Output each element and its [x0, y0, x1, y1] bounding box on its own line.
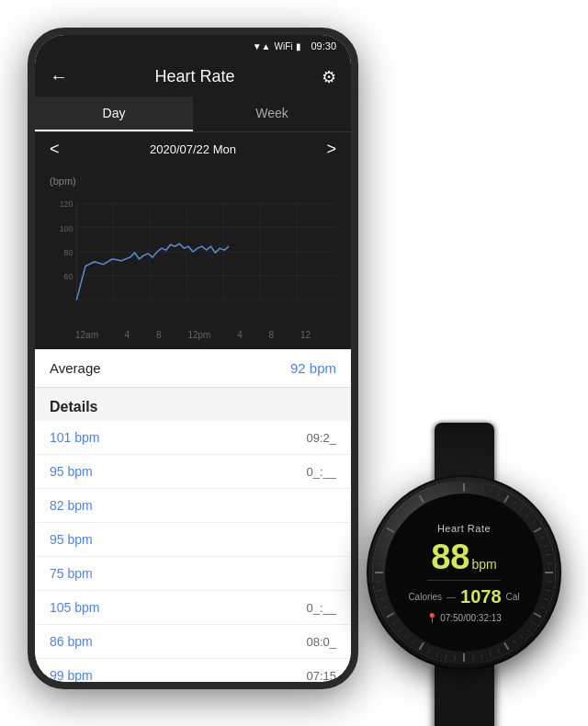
svg-line-53	[404, 635, 408, 639]
time-value: 08:0_	[306, 635, 336, 649]
chart-x-axis: 12am 4 8 12pm 4 8 12	[50, 326, 336, 340]
svg-line-24	[526, 513, 530, 516]
svg-line-50	[428, 649, 430, 653]
watch-bpm-display: 88 bpm	[431, 539, 497, 574]
time-value: 0_:__	[306, 601, 336, 615]
svg-line-75	[455, 484, 456, 490]
svg-line-55	[392, 621, 397, 625]
table-row: 82 bpm	[35, 489, 351, 523]
svg-line-62	[376, 563, 381, 564]
svg-line-52	[412, 641, 415, 645]
table-row: 86 bpm 08:0_	[35, 625, 351, 659]
svg-line-68	[398, 513, 401, 516]
svg-line-17	[473, 484, 474, 490]
svg-line-47	[455, 656, 456, 662]
svg-line-37	[532, 621, 537, 625]
x-label-5: 8	[269, 330, 275, 340]
svg-text:100: 100	[60, 224, 74, 233]
watch-face: Heart Rate 88 bpm Calories — 1078 Cal 📍 …	[385, 493, 543, 652]
smartwatch: // Tick marks will be generated by JS be…	[358, 423, 570, 708]
stats-area: Average 92 bpm Details 101 bpm 09:2_ 95 …	[35, 349, 351, 682]
svg-line-21	[504, 495, 509, 503]
svg-line-27	[540, 537, 545, 539]
signal-icon: ▼▲	[253, 41, 271, 51]
x-label-2: 8	[156, 330, 162, 340]
settings-button[interactable]: ⚙	[322, 67, 336, 87]
svg-line-65	[382, 537, 387, 539]
page-title: Heart Rate	[154, 67, 234, 86]
watch-time-row: 📍 07:50/00:32:13	[426, 613, 502, 623]
svg-line-42	[498, 649, 500, 653]
bpm-value: 105 bpm	[50, 600, 99, 615]
svg-line-66	[387, 528, 394, 533]
x-label-0: 12am	[75, 330, 98, 340]
svg-text:120: 120	[60, 199, 74, 209]
calories-unit: Cal	[506, 592, 520, 602]
current-date: 2020/07/22 Mon	[150, 142, 236, 156]
svg-line-71	[420, 495, 424, 503]
svg-line-19	[490, 488, 492, 493]
bpm-value: 75 bpm	[50, 566, 93, 581]
svg-line-54	[398, 629, 401, 632]
svg-line-48	[446, 654, 447, 660]
svg-text:80: 80	[64, 248, 74, 257]
average-row: Average 92 bpm	[35, 349, 351, 388]
watch-time-value: 07:50/00:32:13	[440, 613, 502, 623]
watch-bpm-number: 88	[431, 539, 469, 574]
prev-date-button[interactable]: <	[50, 140, 60, 159]
bpm-value: 82 bpm	[50, 498, 93, 513]
svg-line-49	[436, 652, 438, 658]
svg-line-73	[436, 488, 438, 493]
bpm-value: 99 bpm	[50, 668, 93, 682]
svg-line-26	[534, 528, 541, 533]
svg-line-34	[544, 598, 549, 600]
status-bar: ▼▲ WiFi ▮ 09:30	[35, 35, 351, 57]
average-label: Average	[50, 360, 101, 376]
svg-line-25	[532, 520, 537, 524]
phone-device: ▼▲ WiFi ▮ 09:30 ← Heart Rate ⚙ Day Week …	[28, 28, 358, 689]
back-button[interactable]: ←	[50, 66, 68, 87]
tab-week[interactable]: Week	[193, 96, 351, 131]
svg-line-40	[513, 641, 516, 645]
time-value: 0_:__	[306, 465, 336, 479]
wifi-icon: WiFi	[274, 41, 292, 51]
table-row: 99 bpm 07:15	[35, 659, 351, 682]
svg-line-35	[540, 607, 545, 608]
date-nav: < 2020/07/22 Mon >	[35, 131, 351, 166]
calories-label: Calories	[408, 592, 442, 602]
average-value: 92 bpm	[290, 360, 336, 376]
svg-line-28	[544, 545, 549, 547]
watch-divider	[427, 580, 501, 581]
time-value: 07:15	[306, 669, 336, 683]
svg-line-57	[382, 607, 387, 608]
svg-line-58	[379, 598, 385, 600]
tab-bar: Day Week	[35, 96, 351, 131]
location-icon: 📍	[426, 613, 437, 623]
x-label-3: 12pm	[187, 330, 210, 340]
svg-line-72	[428, 491, 430, 495]
svg-line-22	[513, 501, 516, 505]
table-row: 95 bpm	[35, 523, 351, 557]
svg-text:60: 60	[64, 272, 74, 281]
svg-line-44	[481, 654, 482, 660]
svg-line-36	[534, 613, 541, 618]
svg-line-60	[376, 582, 381, 583]
svg-line-23	[520, 506, 524, 510]
table-row: 95 bpm 0_:__	[35, 455, 351, 489]
svg-line-64	[379, 545, 385, 547]
next-date-button[interactable]: >	[326, 140, 336, 159]
battery-icon: ▮	[296, 41, 301, 51]
svg-line-41	[504, 642, 509, 650]
svg-line-63	[377, 554, 382, 555]
heart-rate-chart: (bpm) 120	[35, 166, 351, 349]
svg-line-70	[412, 501, 415, 505]
svg-line-33	[546, 590, 551, 591]
svg-line-59	[377, 590, 382, 591]
table-row: 75 bpm	[35, 557, 351, 591]
svg-line-38	[526, 629, 530, 632]
tab-day[interactable]: Day	[35, 96, 193, 131]
x-label-1: 4	[125, 330, 130, 340]
x-label-6: 12	[300, 330, 311, 340]
app-header: ← Heart Rate ⚙	[35, 57, 351, 96]
svg-line-32	[548, 582, 553, 583]
